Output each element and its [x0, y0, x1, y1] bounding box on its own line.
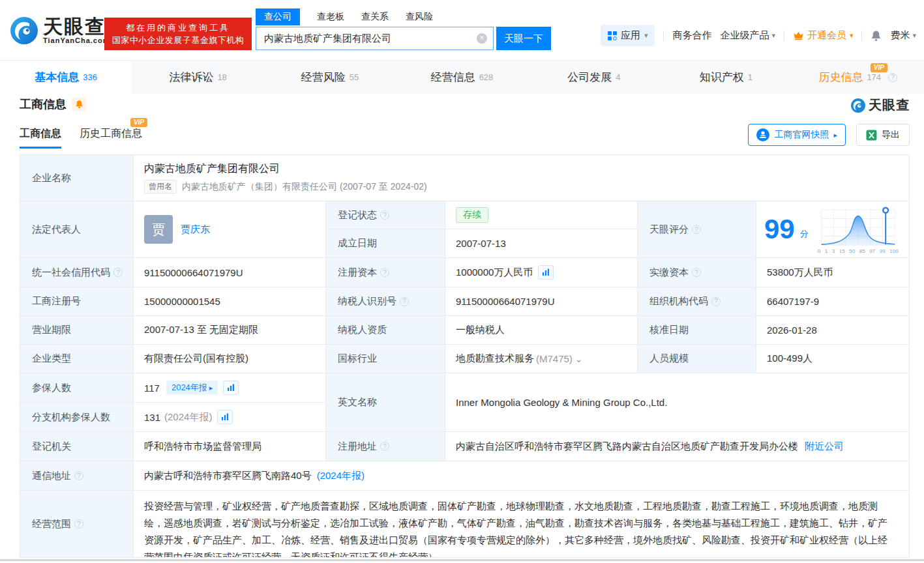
taxpayer-id-label: 纳税人识别号 ? — [326, 287, 445, 316]
score-value: 99 分 01 315 5085 9799 — [756, 201, 909, 258]
active-subtab-underline — [20, 147, 61, 149]
official-snapshot-button[interactable]: 工商官网快照 ▸ — [748, 124, 846, 146]
subtab-history-business-info[interactable]: 历史工商信息 VIP — [80, 127, 142, 141]
company-name: 内蒙古地质矿产集团有限公司 — [144, 162, 280, 176]
tianyancha-watermark: 天眼查 — [850, 96, 910, 114]
help-icon[interactable]: ? — [380, 268, 389, 277]
help-icon[interactable]: ? — [380, 210, 389, 220]
reg-number-value: 15000000001545 — [134, 287, 326, 316]
annual-report-badge[interactable]: 2024年报 ▸ — [166, 381, 218, 395]
capital-trend-chart-button[interactable] — [538, 265, 554, 280]
user-menu[interactable]: 费米 ▾ — [890, 29, 916, 42]
tianyancha-logo[interactable]: 天眼查 TianYanCha.com — [9, 16, 110, 46]
divider — [861, 31, 862, 41]
divider — [663, 31, 664, 41]
score-distribution-chart: 01 315 5085 9799 100 — [814, 205, 900, 254]
reg-authority-label: 登记机关 — [20, 432, 134, 461]
tab-intellectual-property[interactable]: 知识产权1 — [660, 61, 792, 94]
industry-value: 地质勘查技术服务 (M7475) ⌄ — [445, 345, 638, 373]
search-button[interactable]: 天眼一下 — [496, 27, 551, 50]
help-icon[interactable]: ? — [692, 225, 701, 234]
chevron-down-icon[interactable]: ⌄ — [575, 354, 583, 364]
chevron-down-icon: ▾ — [850, 31, 854, 40]
approval-date-label: 核准日期 — [638, 316, 756, 345]
staff-size-label: 人员规模 — [638, 345, 756, 373]
username: 费米 — [890, 29, 910, 42]
help-icon[interactable]: ? — [74, 471, 83, 480]
score-number: 99 — [764, 216, 795, 243]
help-icon[interactable]: ? — [711, 297, 721, 306]
tab-operating-risk[interactable]: 经营风险55 — [264, 61, 396, 94]
stamp-icon — [756, 128, 769, 141]
open-membership-button[interactable]: 开通会员 ▾ — [793, 29, 854, 42]
help-icon[interactable]: ? — [380, 442, 389, 451]
reg-capital-value: 1000000万人民币 — [445, 258, 638, 287]
insured-count-label: 参保人数 — [20, 373, 134, 403]
help-icon[interactable]: ? — [400, 297, 409, 306]
search-tab-boss[interactable]: 查老板 — [317, 8, 344, 25]
taxpayer-quality-value: 一般纳税人 — [445, 316, 638, 345]
english-name-label: 英文名称 — [326, 373, 445, 432]
tab-legal-proceedings[interactable]: 法律诉讼18 — [132, 61, 263, 94]
clear-search-icon[interactable]: × — [477, 33, 487, 44]
promo-line2: 国家中小企业发展子基金旗下机构 — [112, 34, 245, 46]
org-code-value: 66407197-9 — [756, 287, 909, 316]
former-name-badge: 曾用名 — [144, 180, 177, 194]
business-term-label: 营业期限 — [20, 316, 134, 345]
help-icon[interactable]: ? — [692, 268, 701, 277]
nav-enterprise-products[interactable]: 企业级产品 ▾ — [720, 29, 775, 42]
monitor-bell-button[interactable] — [72, 97, 86, 111]
arrow-right-icon: ▸ — [209, 384, 213, 392]
help-icon[interactable]: ? — [74, 519, 83, 528]
tianyancha-eye-icon — [9, 16, 39, 46]
company-name-label: 企业名称 — [20, 155, 134, 201]
status-badge: 存续 — [456, 207, 488, 223]
credit-code-value: 91150000664071979U — [134, 258, 326, 287]
search-tab-risk[interactable]: 查风险 — [406, 8, 433, 25]
bar-chart-icon — [542, 268, 550, 276]
insured-trend-chart-button[interactable] — [223, 381, 239, 395]
score-unit: 分 — [800, 228, 809, 240]
search-bar: × 天眼一下 — [256, 27, 551, 50]
branch-insured-trend-chart-button[interactable] — [217, 410, 233, 424]
search-tab-relation[interactable]: 查关系 — [361, 8, 389, 25]
business-scope-label: 经营范围 ? — [20, 491, 134, 557]
score-label: 天眼评分 ? — [638, 201, 756, 258]
org-code-label: 组织机构代码 ? — [638, 287, 756, 316]
crown-icon — [793, 31, 804, 40]
annual-report-link[interactable]: (2024年报) — [317, 470, 365, 482]
excel-icon — [866, 130, 877, 141]
help-icon[interactable]: ? — [113, 268, 123, 277]
tab-basic-info[interactable]: 基本信息336 — [0, 61, 132, 94]
subtab-business-info[interactable]: 工商信息 — [20, 127, 61, 141]
legal-rep-value: 贾 贾庆东 — [134, 201, 326, 258]
nav-cooperation[interactable]: 商务合作 — [672, 29, 711, 42]
notifications-bell[interactable] — [871, 30, 882, 42]
export-button[interactable]: 导出 — [856, 124, 910, 146]
legal-rep-avatar[interactable]: 贾 — [144, 215, 173, 244]
tab-history-info[interactable]: VIP 历史信息174 ? — [792, 61, 924, 94]
legal-rep-link[interactable]: 贾庆东 — [181, 224, 210, 236]
bar-chart-icon — [227, 384, 235, 392]
tab-company-development[interactable]: 公司发展4 — [528, 61, 660, 94]
chevron-down-icon: ▾ — [771, 31, 775, 40]
search-input[interactable] — [256, 27, 494, 50]
branch-insured-value: 131 (2024年报) — [134, 403, 326, 432]
company-type-label: 企业类型 — [20, 345, 134, 373]
help-icon[interactable]: ? — [888, 73, 897, 82]
business-info-table: 企业名称 内蒙古地质矿产集团有限公司 曾用名 内蒙古地质矿产（集团）有限责任公司… — [20, 154, 910, 558]
est-date-value: 2007-07-13 — [445, 229, 638, 258]
apps-menu-button[interactable]: 应用 ▾ — [601, 25, 655, 46]
score-chart-ticks: 01 315 5085 9799 100 — [818, 248, 899, 254]
mail-address-label: 通信地址 ? — [20, 461, 134, 491]
search-tabs: 查公司 查老板 查关系 查风险 — [256, 8, 433, 25]
search-tab-company[interactable]: 查公司 — [256, 8, 300, 25]
promo-line1: 都在用的商业查询工具 — [126, 22, 230, 34]
english-name-value: Inner Mongolia Geology & Mining Group Co… — [445, 373, 909, 432]
nearby-companies-link[interactable]: 附近公司 — [805, 440, 844, 453]
legal-rep-label: 法定代表人 — [20, 201, 134, 258]
staff-size-value: 100-499人 — [756, 345, 909, 373]
taxpayer-quality-label: 纳税人资质 — [326, 316, 445, 345]
reg-number-label: 工商注册号 — [20, 287, 134, 316]
tab-operating-info[interactable]: 经营信息628 — [396, 61, 528, 94]
